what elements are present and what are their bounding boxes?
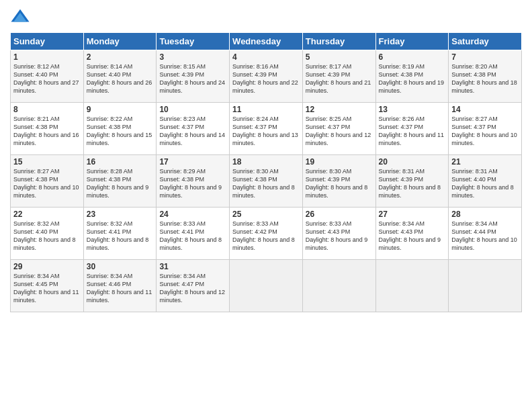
day-cell: 27 Sunrise: 8:34 AMSunset: 4:43 PMDaylig… [375, 208, 449, 260]
day-cell: 23 Sunrise: 8:32 AMSunset: 4:41 PMDaylig… [83, 208, 157, 260]
page: SundayMondayTuesdayWednesdayThursdayFrid… [0, 0, 532, 411]
day-info: Sunrise: 8:34 AMSunset: 4:47 PMDaylight:… [159, 272, 226, 305]
day-number: 9 [87, 105, 154, 114]
day-info: Sunrise: 8:17 AMSunset: 4:39 PMDaylight:… [306, 62, 373, 95]
day-cell: 17 Sunrise: 8:29 AMSunset: 4:38 PMDaylig… [157, 155, 230, 208]
col-header-sunday: Sunday [11, 33, 84, 50]
col-header-saturday: Saturday [449, 33, 522, 50]
day-info: Sunrise: 8:34 AMSunset: 4:46 PMDaylight:… [87, 272, 154, 305]
day-info: Sunrise: 8:32 AMSunset: 4:41 PMDaylight:… [87, 220, 154, 253]
day-info: Sunrise: 8:25 AMSunset: 4:37 PMDaylight:… [306, 115, 373, 148]
col-header-wednesday: Wednesday [230, 33, 303, 50]
day-info: Sunrise: 8:15 AMSunset: 4:39 PMDaylight:… [159, 62, 226, 95]
week-row-1: 1 Sunrise: 8:12 AMSunset: 4:40 PMDayligh… [11, 50, 522, 103]
day-number: 17 [159, 157, 226, 167]
calendar-table: SundayMondayTuesdayWednesdayThursdayFrid… [10, 32, 522, 312]
day-info: Sunrise: 8:34 AMSunset: 4:44 PMDaylight:… [451, 220, 519, 253]
day-number: 30 [87, 262, 154, 271]
day-number: 12 [306, 105, 373, 114]
day-cell: 28 Sunrise: 8:34 AMSunset: 4:44 PMDaylig… [449, 208, 522, 260]
day-cell: 19 Sunrise: 8:30 AMSunset: 4:39 PMDaylig… [302, 155, 375, 208]
day-info: Sunrise: 8:34 AMSunset: 4:45 PMDaylight:… [13, 272, 81, 305]
day-info: Sunrise: 8:33 AMSunset: 4:41 PMDaylight:… [159, 220, 226, 253]
day-info: Sunrise: 8:27 AMSunset: 4:38 PMDaylight:… [13, 167, 81, 200]
week-row-3: 15 Sunrise: 8:27 AMSunset: 4:38 PMDaylig… [11, 155, 522, 208]
day-cell: 15 Sunrise: 8:27 AMSunset: 4:38 PMDaylig… [11, 155, 84, 208]
day-cell: 14 Sunrise: 8:27 AMSunset: 4:37 PMDaylig… [449, 103, 522, 155]
day-info: Sunrise: 8:32 AMSunset: 4:40 PMDaylight:… [13, 220, 81, 253]
day-cell: 4 Sunrise: 8:16 AMSunset: 4:39 PMDayligh… [230, 50, 303, 103]
day-info: Sunrise: 8:16 AMSunset: 4:39 PMDaylight:… [232, 62, 300, 95]
day-cell: 13 Sunrise: 8:26 AMSunset: 4:37 PMDaylig… [375, 103, 449, 155]
col-header-monday: Monday [83, 33, 157, 50]
logo [10, 7, 33, 27]
week-row-5: 29 Sunrise: 8:34 AMSunset: 4:45 PMDaylig… [11, 260, 522, 312]
header [10, 7, 522, 27]
day-cell: 7 Sunrise: 8:20 AMSunset: 4:38 PMDayligh… [449, 50, 522, 103]
day-cell: 8 Sunrise: 8:21 AMSunset: 4:38 PMDayligh… [11, 103, 84, 155]
day-number: 19 [306, 157, 373, 167]
day-cell [230, 260, 303, 312]
day-number: 13 [379, 105, 446, 114]
day-cell: 5 Sunrise: 8:17 AMSunset: 4:39 PMDayligh… [302, 50, 375, 103]
day-number: 10 [159, 105, 226, 114]
day-info: Sunrise: 8:33 AMSunset: 4:43 PMDaylight:… [306, 220, 373, 253]
col-header-friday: Friday [375, 33, 449, 50]
day-info: Sunrise: 8:24 AMSunset: 4:37 PMDaylight:… [232, 115, 300, 148]
week-row-2: 8 Sunrise: 8:21 AMSunset: 4:38 PMDayligh… [11, 103, 522, 155]
col-header-thursday: Thursday [302, 33, 375, 50]
day-cell: 22 Sunrise: 8:32 AMSunset: 4:40 PMDaylig… [11, 208, 84, 260]
day-number: 8 [13, 105, 81, 114]
day-cell: 12 Sunrise: 8:25 AMSunset: 4:37 PMDaylig… [302, 103, 375, 155]
day-info: Sunrise: 8:31 AMSunset: 4:40 PMDaylight:… [451, 167, 519, 200]
day-cell: 9 Sunrise: 8:22 AMSunset: 4:38 PMDayligh… [83, 103, 157, 155]
day-number: 20 [379, 157, 446, 167]
day-number: 6 [379, 52, 446, 62]
day-number: 23 [87, 210, 154, 219]
day-number: 16 [87, 157, 154, 167]
day-cell: 10 Sunrise: 8:23 AMSunset: 4:37 PMDaylig… [157, 103, 230, 155]
day-number: 15 [13, 157, 81, 167]
day-cell: 1 Sunrise: 8:12 AMSunset: 4:40 PMDayligh… [11, 50, 84, 103]
day-cell: 11 Sunrise: 8:24 AMSunset: 4:37 PMDaylig… [230, 103, 303, 155]
day-number: 27 [379, 210, 446, 219]
day-number: 18 [232, 157, 300, 167]
day-info: Sunrise: 8:14 AMSunset: 4:40 PMDaylight:… [87, 62, 154, 95]
day-info: Sunrise: 8:31 AMSunset: 4:39 PMDaylight:… [379, 167, 446, 200]
day-info: Sunrise: 8:28 AMSunset: 4:38 PMDaylight:… [87, 167, 154, 200]
day-number: 5 [306, 52, 373, 62]
day-cell: 3 Sunrise: 8:15 AMSunset: 4:39 PMDayligh… [157, 50, 230, 103]
day-cell: 16 Sunrise: 8:28 AMSunset: 4:38 PMDaylig… [83, 155, 157, 208]
logo-icon [10, 7, 30, 27]
day-cell: 31 Sunrise: 8:34 AMSunset: 4:47 PMDaylig… [157, 260, 230, 312]
day-number: 21 [451, 157, 519, 167]
day-info: Sunrise: 8:29 AMSunset: 4:38 PMDaylight:… [159, 167, 226, 200]
day-info: Sunrise: 8:23 AMSunset: 4:37 PMDaylight:… [159, 115, 226, 148]
day-number: 24 [159, 210, 226, 219]
day-info: Sunrise: 8:33 AMSunset: 4:42 PMDaylight:… [232, 220, 300, 253]
day-number: 3 [159, 52, 226, 62]
day-number: 22 [13, 210, 81, 219]
day-number: 2 [87, 52, 154, 62]
day-info: Sunrise: 8:19 AMSunset: 4:38 PMDaylight:… [379, 62, 446, 95]
day-cell: 24 Sunrise: 8:33 AMSunset: 4:41 PMDaylig… [157, 208, 230, 260]
day-info: Sunrise: 8:27 AMSunset: 4:37 PMDaylight:… [451, 115, 519, 148]
day-info: Sunrise: 8:22 AMSunset: 4:38 PMDaylight:… [87, 115, 154, 148]
day-number: 28 [451, 210, 519, 219]
day-number: 7 [451, 52, 519, 62]
day-info: Sunrise: 8:26 AMSunset: 4:37 PMDaylight:… [379, 115, 446, 148]
day-cell: 6 Sunrise: 8:19 AMSunset: 4:38 PMDayligh… [375, 50, 449, 103]
day-number: 26 [306, 210, 373, 219]
day-info: Sunrise: 8:34 AMSunset: 4:43 PMDaylight:… [379, 220, 446, 253]
day-cell: 29 Sunrise: 8:34 AMSunset: 4:45 PMDaylig… [11, 260, 84, 312]
day-number: 1 [13, 52, 81, 62]
day-number: 25 [232, 210, 300, 219]
day-cell: 18 Sunrise: 8:30 AMSunset: 4:38 PMDaylig… [230, 155, 303, 208]
day-cell: 2 Sunrise: 8:14 AMSunset: 4:40 PMDayligh… [83, 50, 157, 103]
day-number: 31 [159, 262, 226, 271]
day-number: 29 [13, 262, 81, 271]
day-cell [449, 260, 522, 312]
day-cell [375, 260, 449, 312]
day-cell: 30 Sunrise: 8:34 AMSunset: 4:46 PMDaylig… [83, 260, 157, 312]
day-number: 14 [451, 105, 519, 114]
